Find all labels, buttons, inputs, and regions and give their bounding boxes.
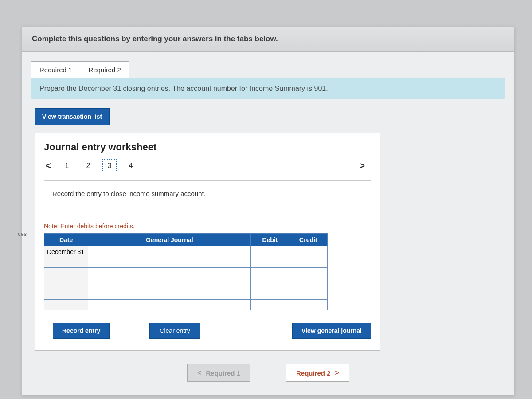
table-row — [44, 278, 328, 289]
table-row — [44, 300, 328, 310]
cell-date[interactable] — [44, 300, 88, 310]
cell-date[interactable] — [44, 289, 88, 300]
instruction-bar: Complete this questions by entering your… — [22, 27, 514, 52]
cell-credit[interactable] — [289, 246, 327, 257]
journal-entry-table: Date General Journal Debit Credit Decemb… — [44, 233, 328, 310]
cell-debit[interactable] — [251, 257, 289, 268]
view-general-journal-button[interactable]: View general journal — [292, 323, 371, 339]
cell-debit[interactable] — [251, 300, 289, 310]
cell-debit[interactable] — [251, 268, 289, 278]
record-entry-button[interactable]: Record entry — [53, 323, 110, 339]
cell-date[interactable] — [44, 268, 88, 278]
col-header-credit: Credit — [289, 234, 327, 246]
table-row — [44, 257, 328, 268]
worksheet-title: Journal entry worksheet — [44, 141, 371, 153]
tab-required-2[interactable]: Required 2 — [80, 61, 129, 78]
cell-date[interactable] — [44, 257, 88, 268]
cell-date[interactable] — [44, 278, 88, 289]
footer-next-label: Required 2 — [296, 369, 331, 377]
col-header-date: Date — [44, 234, 88, 246]
sub-instruction: Prepare the December 31 closing entries.… — [31, 78, 505, 99]
footer-prev-label: Required 1 — [206, 369, 240, 377]
side-label: ces — [18, 231, 27, 237]
step-row: < 1 2 3 4 > — [44, 159, 371, 172]
worksheet-panel: Journal entry worksheet < 1 2 3 4 > Reco… — [35, 133, 380, 351]
content-area: Required 1 Required 2 Prepare the Decemb… — [22, 52, 514, 395]
cell-gj[interactable] — [88, 246, 251, 257]
cell-credit[interactable] — [289, 300, 327, 310]
col-header-general-journal: General Journal — [88, 234, 251, 246]
cell-date[interactable]: December 31 — [44, 246, 88, 257]
tabs-row: Required 1 Required 2 — [31, 61, 505, 78]
view-transaction-list-button[interactable]: View transaction list — [35, 108, 110, 125]
col-header-debit: Debit — [251, 234, 289, 246]
table-row: December 31 — [44, 246, 328, 257]
note-line: Note: Enter debits before credits. — [44, 223, 371, 230]
table-row — [44, 289, 328, 300]
entry-description: Record the entry to close income summary… — [44, 180, 371, 215]
action-button-row: Record entry Clear entry View general jo… — [44, 323, 371, 339]
step-4[interactable]: 4 — [123, 159, 138, 172]
cell-gj[interactable] — [88, 289, 251, 300]
cell-debit[interactable] — [251, 246, 289, 257]
cell-credit[interactable] — [289, 278, 327, 289]
cell-debit[interactable] — [251, 278, 289, 289]
cell-gj[interactable] — [88, 278, 251, 289]
cell-gj[interactable] — [88, 300, 251, 310]
cell-credit[interactable] — [289, 289, 327, 300]
step-next-button[interactable]: > — [357, 160, 367, 172]
cell-credit[interactable] — [289, 268, 327, 278]
cell-credit[interactable] — [289, 257, 327, 268]
step-2[interactable]: 2 — [81, 159, 96, 172]
step-prev-button[interactable]: < — [44, 160, 53, 172]
step-3[interactable]: 3 — [102, 159, 117, 172]
tab-required-1[interactable]: Required 1 — [31, 61, 80, 78]
cell-gj[interactable] — [88, 268, 251, 278]
page-container: ces Complete this questions by entering … — [22, 27, 514, 395]
footer-nav: < Required 1 Required 2 > — [31, 364, 505, 382]
chevron-left-icon: < — [197, 369, 201, 377]
footer-next-button[interactable]: Required 2 > — [286, 364, 349, 382]
clear-entry-button[interactable]: Clear entry — [149, 323, 200, 339]
step-1[interactable]: 1 — [59, 159, 74, 172]
footer-prev-button[interactable]: < Required 1 — [187, 364, 250, 382]
chevron-right-icon: > — [335, 369, 339, 377]
table-row — [44, 268, 328, 278]
cell-gj[interactable] — [88, 257, 251, 268]
cell-debit[interactable] — [251, 289, 289, 300]
